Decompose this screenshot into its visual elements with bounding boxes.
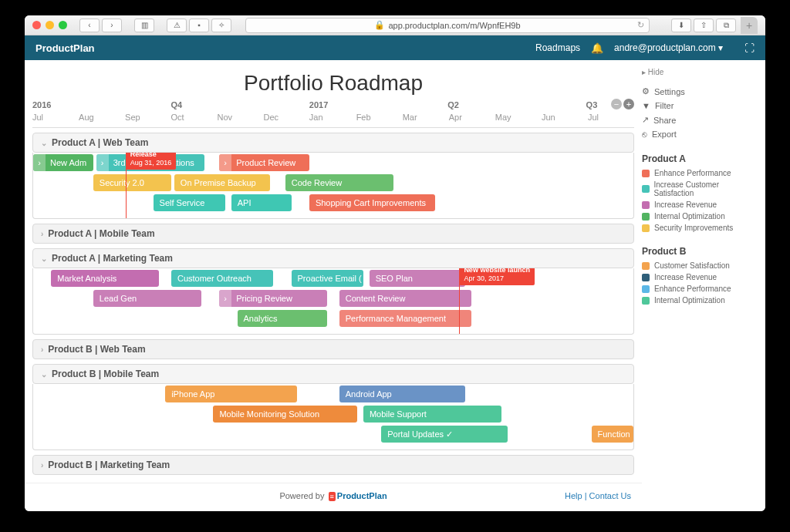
zoom-in-button[interactable]: + bbox=[623, 99, 634, 109]
settings-action[interactable]: ⚙Settings bbox=[642, 84, 756, 99]
lane-title: Product B | Web Team bbox=[48, 344, 145, 355]
lane-header[interactable]: ›Product B | Web Team bbox=[32, 339, 634, 359]
timeline-year: 2016 bbox=[32, 100, 51, 109]
roadmap-bar[interactable]: Function bbox=[592, 426, 633, 443]
forward-button[interactable]: › bbox=[102, 19, 122, 32]
url-bar[interactable]: 🔒 app.productplan.com/m/WpnfEH9b ↻ bbox=[245, 18, 650, 33]
legend-item[interactable]: Internal Optimization bbox=[642, 210, 756, 222]
roadmap-bar[interactable]: Code Review bbox=[285, 174, 393, 191]
bar-chevron-icon: › bbox=[219, 290, 231, 307]
legend-label: Customer Satisfaction bbox=[654, 261, 730, 270]
warning-icon[interactable]: ⚠ bbox=[167, 19, 187, 32]
user-menu[interactable]: andre@productplan.com ▾ bbox=[614, 42, 723, 53]
bar-label: Pricing Review bbox=[236, 294, 292, 303]
roadmap-bar[interactable]: Mobile Monitoring Solution bbox=[213, 406, 357, 423]
legend-item[interactable]: Customer Satisfaction bbox=[642, 260, 756, 271]
lane-header[interactable]: ⌄Product B | Mobile Team bbox=[32, 364, 634, 384]
chevron-icon: › bbox=[41, 345, 43, 354]
bar-label: Lead Gen bbox=[100, 294, 137, 303]
roadmap-bar[interactable]: Lead Gen bbox=[93, 290, 201, 307]
roadmap-bar[interactable]: Mobile Support bbox=[363, 406, 501, 423]
nav-roadmaps[interactable]: Roadmaps bbox=[535, 42, 580, 53]
legend-item[interactable]: Enhance Performance bbox=[642, 283, 756, 295]
legend-item[interactable]: Increase Customer Satisfaction bbox=[642, 179, 756, 199]
roadmap-bar[interactable]: Self Service bbox=[154, 194, 225, 211]
notifications-icon[interactable]: 🔔 bbox=[591, 42, 603, 54]
share-action[interactable]: ↗Share bbox=[642, 113, 756, 127]
tool-button[interactable]: ▪ bbox=[189, 19, 209, 32]
bar-label: New Adm bbox=[50, 158, 86, 167]
legend-label: Enhance Performance bbox=[654, 169, 731, 177]
legend-item[interactable]: Increase Revenue bbox=[642, 199, 756, 210]
timeline-year: Q4 bbox=[170, 100, 182, 109]
window-minimize-button[interactable] bbox=[46, 21, 54, 29]
roadmap-bar[interactable]: Portal Updates ✓ bbox=[381, 426, 507, 443]
roadmap-bar[interactable]: iPhone App bbox=[165, 386, 297, 402]
contact-link[interactable]: Contact Us bbox=[589, 491, 631, 500]
legend-item[interactable]: Enhance Performance bbox=[642, 167, 756, 179]
url-text: app.productplan.com/m/WpnfEH9b bbox=[388, 21, 520, 30]
hide-panel[interactable]: ▸ Hide bbox=[642, 68, 756, 76]
export-action[interactable]: ⎋Export bbox=[642, 127, 756, 141]
legend-item[interactable]: Internal Optimization bbox=[642, 295, 756, 306]
roadmap-bar[interactable]: Customer Outreach bbox=[171, 270, 273, 287]
legend-swatch bbox=[642, 170, 650, 177]
chevron-icon: › bbox=[41, 461, 43, 470]
lane-body: New website launchApr 30, 2017Market Ana… bbox=[32, 268, 634, 335]
timeline-month: Jan bbox=[309, 113, 323, 122]
lane-title: Product A | Web Team bbox=[52, 137, 148, 148]
roadmap-bar[interactable]: ›New Adm bbox=[33, 154, 93, 171]
footer-brand[interactable]: ProductPlan bbox=[337, 491, 387, 500]
legend-swatch bbox=[642, 262, 650, 270]
download-button[interactable]: ⬇ bbox=[671, 19, 691, 32]
share-button[interactable]: ⇧ bbox=[694, 19, 714, 32]
roadmap-bar[interactable]: On Premise Backup bbox=[174, 174, 270, 191]
lane-header[interactable]: ⌄Product A | Web Team bbox=[32, 133, 634, 153]
roadmap-bar[interactable]: Android App bbox=[339, 386, 465, 402]
lane-header[interactable]: ›Product B | Marketing Team bbox=[32, 455, 634, 475]
bar-chevron-icon: › bbox=[96, 154, 109, 171]
filter-action[interactable]: ▼Filter bbox=[642, 99, 756, 113]
new-tab-button[interactable]: + bbox=[741, 17, 758, 34]
page-title: Portfolio Roadmap bbox=[25, 71, 642, 96]
timeline-month: Sep bbox=[125, 113, 140, 122]
fullscreen-icon[interactable]: ⛶ bbox=[744, 42, 755, 54]
roadmap-bar[interactable]: Performance Management bbox=[339, 310, 471, 327]
window-zoom-button[interactable] bbox=[59, 21, 67, 29]
bar-label: Shopping Cart Improvements bbox=[316, 198, 426, 207]
roadmap-bar[interactable]: Analytics bbox=[238, 310, 328, 327]
roadmap-bar[interactable]: Market Analysis bbox=[51, 270, 159, 287]
legend-item[interactable]: Increase Revenue bbox=[642, 271, 756, 283]
back-button[interactable]: ‹ bbox=[79, 19, 100, 32]
roadmap-bar[interactable]: Content Review bbox=[339, 290, 471, 307]
roadmap-bar[interactable]: API bbox=[231, 194, 292, 211]
window-close-button[interactable] bbox=[32, 21, 41, 29]
app-brand[interactable]: ProductPlan bbox=[35, 42, 95, 54]
sidebar-toggle-button[interactable]: ▥ bbox=[134, 19, 154, 32]
lane-body: ReleaseAug 31, 2016›New Adm›3rd Party In… bbox=[32, 153, 634, 219]
legend-item[interactable]: Security Improvements bbox=[642, 222, 756, 234]
bar-label: Proactive Email ( bbox=[298, 274, 362, 283]
roadmap-bar[interactable]: SEO Plan bbox=[370, 270, 465, 287]
bar-label: Function bbox=[598, 429, 630, 439]
legend-swatch bbox=[642, 297, 650, 305]
roadmap-bar[interactable]: Proactive Email ( bbox=[292, 270, 363, 287]
milestone-flag[interactable]: New website launchApr 30, 2017 bbox=[459, 268, 535, 285]
legend-swatch bbox=[642, 201, 650, 209]
roadmap-bar[interactable]: Security 2.0 bbox=[93, 174, 171, 191]
roadmap-bar[interactable]: Shopping Cart Improvements bbox=[309, 194, 435, 211]
timeline-month: Jul bbox=[588, 113, 599, 122]
roadmap-bar[interactable]: ›Product Review bbox=[219, 154, 309, 171]
footer: Powered by ≡ProductPlan Help | Contact U… bbox=[25, 483, 642, 511]
lane-header[interactable]: ⌄Product A | Marketing Team bbox=[32, 248, 634, 268]
milestone-flag[interactable]: ReleaseAug 31, 2016 bbox=[126, 153, 177, 170]
lane-header[interactable]: ›Product A | Mobile Team bbox=[32, 224, 634, 244]
reload-icon[interactable]: ↻ bbox=[637, 20, 644, 30]
legend-swatch bbox=[642, 185, 650, 193]
roadmap-bar[interactable]: ›Pricing Review bbox=[219, 290, 327, 307]
tabs-button[interactable]: ⧉ bbox=[716, 19, 736, 32]
magic-button[interactable]: ✧ bbox=[211, 19, 231, 32]
help-link[interactable]: Help bbox=[565, 491, 582, 500]
legend-swatch bbox=[642, 285, 650, 293]
zoom-out-button[interactable]: − bbox=[611, 99, 622, 109]
